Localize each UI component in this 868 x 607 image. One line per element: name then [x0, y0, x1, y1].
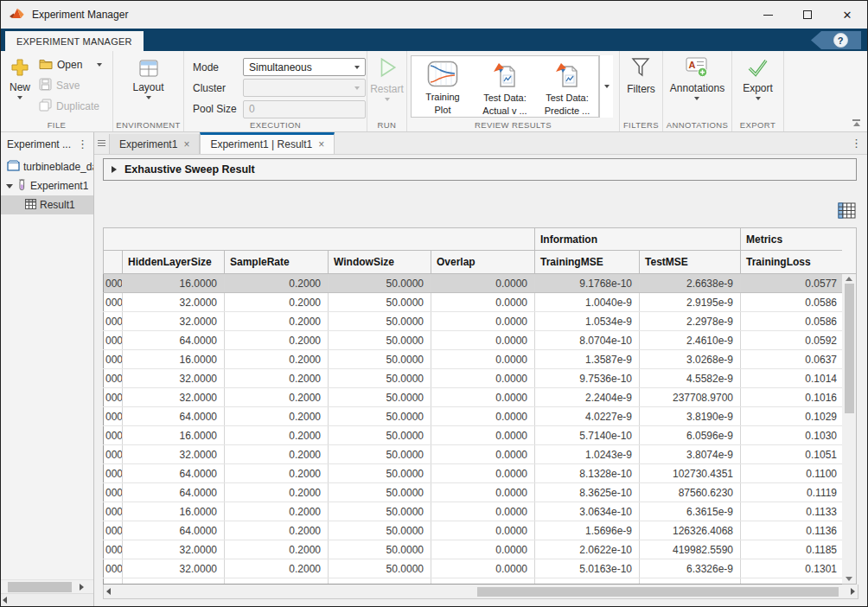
- column-header[interactable]: HiddenLayerSize: [123, 251, 225, 274]
- table-cell[interactable]: 64.0000: [123, 483, 225, 502]
- table-cell[interactable]: 2.0622e-10: [535, 540, 640, 559]
- table-cell[interactable]: 50.0000: [329, 331, 431, 350]
- table-cell[interactable]: 000: [104, 559, 123, 578]
- table-cell[interactable]: 0.0586: [741, 312, 843, 331]
- table-cell[interactable]: 0.0000: [431, 445, 535, 464]
- table-cell[interactable]: 32.0000: [123, 312, 225, 331]
- table-cell[interactable]: 0.0000: [431, 274, 535, 293]
- panel-h-scrollbar[interactable]: [1, 593, 93, 606]
- table-cell[interactable]: 64.0000: [123, 521, 225, 540]
- tree-item-experiment[interactable]: Experiment1: [1, 176, 93, 195]
- table-cell[interactable]: 1.1127e-9: [535, 578, 640, 585]
- table-cell[interactable]: 102730.4351: [640, 464, 741, 483]
- tab-experiment1-result1[interactable]: Experiment1 | Result1 ×: [200, 132, 335, 154]
- table-cell[interactable]: 0.0000: [431, 331, 535, 350]
- scroll-right-icon[interactable]: [851, 588, 855, 595]
- table-cell[interactable]: 50.0000: [329, 559, 431, 578]
- sweep-result-header[interactable]: Exhaustive Sweep Result: [103, 158, 857, 181]
- table-cell[interactable]: 32.0000: [123, 388, 225, 407]
- table-cell[interactable]: 8.1328e-10: [535, 464, 640, 483]
- tree-item-project[interactable]: turbineblade_da: [1, 157, 93, 176]
- save-button[interactable]: Save: [35, 75, 105, 96]
- column-header[interactable]: SampleRate: [225, 251, 329, 274]
- table-cell[interactable]: 9.1768e-10: [535, 274, 640, 293]
- table-row[interactable]: 00016.00000.200050.00000.00009.1768e-102…: [104, 274, 843, 293]
- table-row[interactable]: 00064.00000.200050.00000.00008.0704e-102…: [104, 331, 843, 350]
- table-row[interactable]: 00016.00000.200050.00000.00001.3587e-93.…: [104, 350, 843, 369]
- table-cell[interactable]: 0.0000: [431, 464, 535, 483]
- table-cell[interactable]: 50.0000: [329, 350, 431, 369]
- table-cell[interactable]: 0.0000: [431, 350, 535, 369]
- table-cell[interactable]: 0.0000: [431, 483, 535, 502]
- collapse-ribbon-button[interactable]: [852, 119, 860, 126]
- scroll-left-icon[interactable]: [106, 588, 111, 595]
- table-cell[interactable]: 32.0000: [123, 540, 225, 559]
- table-cell[interactable]: 2.2978e-9: [640, 312, 741, 331]
- table-row[interactable]: 00016.00000.200050.00000.00003.0634e-106…: [104, 502, 843, 521]
- table-cell[interactable]: 0.2000: [225, 274, 329, 293]
- table-cell[interactable]: 0.0000: [431, 578, 535, 585]
- scrollbar-thumb[interactable]: [477, 587, 839, 597]
- table-cell[interactable]: 0.2000: [225, 445, 329, 464]
- table-cell[interactable]: 000: [104, 578, 123, 585]
- column-header[interactable]: Overlap: [431, 251, 535, 274]
- table-cell[interactable]: 0.1029: [741, 407, 843, 426]
- sidebar-menu-button[interactable]: ⋮: [74, 137, 91, 150]
- scroll-left-icon[interactable]: [3, 597, 7, 604]
- column-header[interactable]: TrainingMSE: [535, 251, 640, 274]
- table-cell[interactable]: 5.7140e-10: [535, 426, 640, 445]
- table-cell[interactable]: 000: [104, 521, 123, 540]
- table-cell[interactable]: 2.9195e-9: [640, 293, 741, 312]
- table-cell[interactable]: 0.0586: [741, 293, 843, 312]
- table-cell[interactable]: 50.0000: [329, 578, 431, 585]
- table-cell[interactable]: 419982.5590: [640, 540, 741, 559]
- table-cell[interactable]: 1.0243e-9: [535, 445, 640, 464]
- table-cell[interactable]: 3.0634e-10: [535, 502, 640, 521]
- table-cell[interactable]: 000: [104, 426, 123, 445]
- table-cell[interactable]: 16.0000: [123, 426, 225, 445]
- table-cell[interactable]: 0.0000: [431, 312, 535, 331]
- table-cell[interactable]: 1.0040e-9: [535, 293, 640, 312]
- filters-button[interactable]: Filters: [627, 54, 655, 118]
- table-cell[interactable]: 1.0534e-9: [535, 312, 640, 331]
- table-cell[interactable]: 000: [104, 274, 123, 293]
- table-cell[interactable]: 50.0000: [329, 369, 431, 388]
- table-cell[interactable]: 0.2000: [225, 407, 329, 426]
- table-cell[interactable]: 0.1136: [741, 521, 843, 540]
- table-cell[interactable]: 50.0000: [329, 540, 431, 559]
- sidebar-h-scrollbar[interactable]: [1, 579, 93, 593]
- table-cell[interactable]: 000: [104, 369, 123, 388]
- table-cell[interactable]: 16.0000: [123, 502, 225, 521]
- docbar-menu-button[interactable]: [94, 132, 109, 154]
- table-row[interactable]: 00032.00000.200050.00000.00002.0622e-104…: [104, 540, 843, 559]
- gallery-dropdown-button[interactable]: [599, 55, 613, 118]
- ribbon-tab-experiment-manager[interactable]: EXPERIMENT MANAGER: [5, 31, 144, 51]
- table-cell[interactable]: 0.2000: [225, 312, 329, 331]
- table-cell[interactable]: 126326.4068: [640, 521, 741, 540]
- table-cell[interactable]: 64.0000: [123, 464, 225, 483]
- table-cell[interactable]: 0.2000: [225, 331, 329, 350]
- table-row[interactable]: 00032.00000.200050.00000.00001.0243e-93.…: [104, 445, 843, 464]
- table-cell[interactable]: 0.2000: [225, 350, 329, 369]
- table-row[interactable]: 00064.00000.200050.00000.00001.1127e-94.…: [104, 578, 843, 585]
- column-header[interactable]: [104, 251, 123, 274]
- table-cell[interactable]: 0.0000: [431, 293, 535, 312]
- table-cell[interactable]: 0.2000: [225, 464, 329, 483]
- table-cell[interactable]: 16.0000: [123, 274, 225, 293]
- table-cell[interactable]: 000: [104, 540, 123, 559]
- table-cell[interactable]: 0.1119: [741, 483, 843, 502]
- tabbar-menu-button[interactable]: ⋮: [846, 132, 867, 154]
- table-cell[interactable]: 000: [104, 407, 123, 426]
- table-row[interactable]: 00064.00000.200050.00000.00001.5696e-912…: [104, 521, 843, 540]
- gallery-item-test-data-predicted[interactable]: Test Data: Predicte ...: [536, 56, 598, 117]
- table-cell[interactable]: 64.0000: [123, 578, 225, 585]
- table-cell[interactable]: 0.2000: [225, 559, 329, 578]
- new-button[interactable]: New: [4, 54, 35, 118]
- gallery-item-training-plot[interactable]: Training Plot: [412, 56, 474, 117]
- table-cell[interactable]: 0.2000: [225, 293, 329, 312]
- table-cell[interactable]: 0.0000: [431, 388, 535, 407]
- table-cell[interactable]: 0.0592: [741, 331, 843, 350]
- tab-close-icon[interactable]: ×: [183, 138, 189, 150]
- minimize-button[interactable]: [748, 1, 788, 29]
- scroll-down-icon[interactable]: [846, 577, 852, 581]
